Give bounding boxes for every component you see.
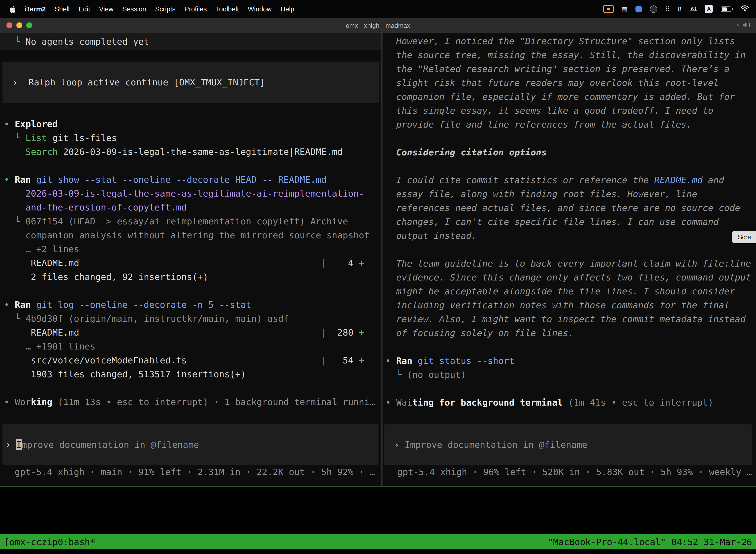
terminal-line: and-the-erosion-of-copyleft.md (4, 201, 381, 214)
terminal-line: README.md | 280 + (4, 326, 381, 340)
thinking-line: this single essay, it seems like a good … (385, 104, 756, 118)
menu-item-session[interactable]: Session (118, 5, 150, 13)
thinking-line: might be acceptable alongside the file l… (385, 284, 756, 298)
percent-badge-icon[interactable]: .61 (689, 6, 697, 12)
battery-icon[interactable] (721, 6, 733, 12)
input-line[interactable]: › Improve documentation in @filename (5, 438, 199, 451)
menu-item-view[interactable]: View (94, 5, 118, 13)
wifi-icon[interactable] (741, 5, 749, 13)
horizontal-pane-border (0, 486, 756, 487)
input-line[interactable]: › Improve documentation in @filename (394, 438, 587, 451)
grid-app-icon[interactable]: ▦ (621, 5, 628, 13)
right-model-status-line: gpt-5.4 xhigh · 96% left · 520K in · 5.8… (382, 465, 756, 479)
thinking-line: I could cite commit statistics or refere… (385, 173, 756, 187)
menu-item-help[interactable]: Help (276, 5, 299, 13)
thinking-line: evidence. Since this change only affects… (385, 271, 756, 284)
thinking-line: provide file and line references from th… (385, 118, 756, 131)
blue-app-icon[interactable] (635, 6, 642, 12)
menu-item-toolbelt[interactable]: Toolbelt (211, 5, 243, 13)
menu-bar-status-icons: ▦ ⠿ 8 .61 A (603, 5, 749, 13)
right-scrollback: However, I noticed the "Directory Struct… (382, 34, 756, 409)
thinking-line: references need actual files, and since … (385, 201, 756, 215)
input-text: Improve documentation in @filename (404, 439, 587, 449)
terminal-line: … +1901 lines (4, 340, 381, 353)
thinking-line: the source tree, missing the essay. Stil… (385, 48, 756, 62)
bullet-icon: • (4, 299, 15, 310)
terminal-line: • Ran git status --short (385, 354, 756, 368)
thinking-line: changes, I can't cite specific file line… (385, 215, 756, 229)
window-shortcut-hint: ⌥⌘1 (735, 22, 751, 29)
menu-item-edit[interactable]: Edit (74, 5, 95, 13)
file-reference-link[interactable]: README.md (654, 175, 703, 185)
desktop: iTerm2 Shell Edit View Session Scripts P… (0, 0, 756, 554)
terminal-line (385, 382, 756, 396)
screen-recording-indicator-icon[interactable] (603, 5, 613, 13)
terminal-line (4, 284, 381, 298)
thinking-line: of focusing solely on file lines. (385, 326, 756, 340)
terminal-line: src/voice/voiceModeEnabled.ts | 54 + (4, 353, 381, 367)
terminal-line: README.md | 4 + (4, 256, 381, 270)
ralph-loop-box: › Ralph loop active continue [OMX_TMUX_I… (2, 62, 379, 103)
left-model-status-line: gpt-5.4 xhigh · main · 91% left · 2.31M … (0, 465, 381, 479)
thinking-line: companion file, especially if more comme… (385, 90, 756, 104)
tmux-host-clock: "MacBook-Pro-44.local" 04:52 31-Mar-26 (548, 536, 752, 547)
tmux-session-window[interactable]: [omx-cczip0:bash* (4, 536, 95, 547)
right-pane[interactable]: However, I noticed the "Directory Struct… (382, 33, 756, 486)
terminal-line: └ 067f154 (HEAD -> essay/ai-reimplementa… (4, 214, 381, 228)
input-source-icon[interactable]: A (705, 5, 713, 13)
bullet-icon: • (385, 355, 396, 366)
terminal-line: └ List git ls-files (4, 131, 381, 145)
terminal-line: Search 2026-03-09-is-legal-the-same-as-l… (4, 145, 381, 159)
thinking-line: output instead. (385, 229, 756, 243)
thinking-line: the "Related research writing" section i… (385, 62, 756, 76)
numeric-status-icon[interactable]: 8 (678, 5, 681, 13)
terminal-line: 1903 files changed, 513517 insertions(+) (4, 367, 381, 381)
prompt-chevron: › (5, 439, 16, 449)
terminal-window: └ No agents completed yet › Ralph loop a… (0, 33, 756, 486)
waiting-status-line: • Waiting for background terminal (1m 41… (385, 396, 756, 409)
menu-item-window[interactable]: Window (243, 5, 276, 13)
terminal-line: › Ralph loop active continue [OMX_TMUX_I… (12, 75, 265, 89)
left-input-box[interactable]: › Improve documentation in @filename (2, 425, 378, 465)
terminal-line: 2026-03-09-is-legal-the-same-as-legitima… (4, 187, 381, 201)
terminal-line: • Ran git show --stat --oneline --decora… (4, 173, 381, 187)
window-title-bar[interactable]: omx --xhigh --madmax ⌥⌘1 (0, 18, 756, 33)
menu-item-profiles[interactable]: Profiles (180, 5, 211, 13)
text-cursor: I (16, 439, 21, 449)
terminal-line: └ (no output) (385, 368, 756, 382)
bullet-icon: • (4, 119, 15, 129)
terminal-line: └ No agents completed yet (4, 35, 149, 49)
tmux-status-bar: [omx-cczip0:bash* "MacBook-Pro-44.local"… (0, 534, 756, 549)
prompt-chevron: › (12, 77, 28, 88)
terminal-line (4, 159, 381, 173)
apple-menu-icon[interactable] (9, 5, 16, 13)
bullet-icon: • (4, 397, 15, 407)
screen-edge-notification[interactable]: Scre (732, 231, 756, 243)
input-text: mprove documentation in @filename (21, 439, 199, 449)
thinking-heading: Considering citation options (385, 146, 756, 159)
thinking-line: review. Also, I might want to inspect th… (385, 312, 756, 326)
dots-grid-icon[interactable]: ⠿ (665, 5, 670, 13)
omx-status-bar: [OMX#0.11.9] cczip/essay/ai-reimplementa… (0, 493, 756, 507)
menu-bar: iTerm2 Shell Edit View Session Scripts P… (0, 0, 756, 18)
left-pane[interactable]: └ No agents completed yet › Ralph loop a… (0, 33, 381, 486)
dark-app-icon[interactable] (650, 5, 657, 13)
thinking-line: However, I noticed the "Directory Struct… (385, 34, 756, 48)
menu-item-iterm2[interactable]: iTerm2 (20, 5, 50, 13)
bullet-icon: • (385, 397, 396, 407)
bullet-icon: • (4, 174, 15, 185)
terminal-line: companion analysis without altering the … (4, 228, 381, 242)
menu-item-scripts[interactable]: Scripts (150, 5, 180, 13)
terminal-line (385, 340, 756, 354)
thinking-line: slight risk that future readers may over… (385, 76, 756, 90)
terminal-line: … +2 lines (4, 242, 381, 256)
menu-item-shell[interactable]: Shell (50, 5, 74, 13)
terminal-line: 2 files changed, 92 insertions(+) (4, 270, 381, 284)
thinking-line: The team guideline is to back every impo… (385, 257, 756, 271)
left-scrollback: • Explored └ List git ls-files Search 20… (0, 117, 381, 409)
right-input-box[interactable]: › Improve documentation in @filename (384, 425, 752, 465)
prompt-chevron: › (394, 439, 404, 449)
terminal-line (385, 159, 756, 173)
terminal-line: • Ran git log --oneline --decorate -n 5 … (4, 298, 381, 312)
terminal-line (4, 381, 381, 395)
